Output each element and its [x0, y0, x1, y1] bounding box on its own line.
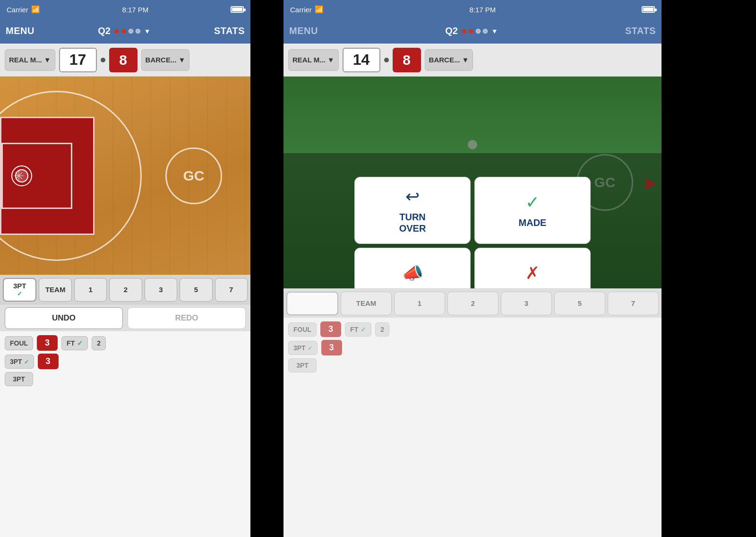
stat-2-label-1: 2	[97, 339, 101, 347]
quarter-dots-left	[114, 29, 140, 34]
team1-selector-right[interactable]: REAL M... ▼	[288, 49, 339, 71]
menu-button-left[interactable]: MENU	[6, 26, 34, 36]
status-left: Carrier 📶	[7, 5, 40, 14]
stat-3pt-btn-2-left[interactable]: 3PT ✓	[5, 355, 34, 369]
ft-check-1-right: ✓	[361, 326, 366, 333]
player-btn-5-left[interactable]: 5	[180, 278, 212, 302]
nav-bar-right: MENU Q2 ▼ STATS	[284, 19, 662, 43]
player-btn-3pt-left[interactable]: 3PT ✓	[3, 278, 36, 302]
quarter-dropdown-left[interactable]: ▼	[144, 27, 151, 35]
player-btn-2-right[interactable]: 2	[447, 292, 498, 315]
team2-selector-right[interactable]: BARCE... ▼	[425, 49, 473, 71]
player-btn-7-right[interactable]: 7	[608, 292, 659, 315]
team2-label-left: BARCE...	[146, 56, 177, 64]
player-btn-5-right[interactable]: 5	[554, 292, 605, 315]
player-btn-3-left[interactable]: 3	[145, 278, 177, 302]
menu-button-right[interactable]: MENU	[289, 26, 318, 36]
stat-row-1-left: FOUL 3 FT ✓ 2	[5, 335, 246, 351]
redo-button-left[interactable]: REDO	[128, 307, 246, 329]
team1-dropdown-icon-left: ▼	[44, 56, 51, 64]
stat-2-label-1-right: 2	[380, 326, 384, 333]
dot-4-left	[136, 29, 140, 34]
stat-2-btn-1-left[interactable]: 2	[92, 336, 106, 350]
time-label-right: 8:17 PM	[469, 6, 496, 14]
stat-row-2-right: 3PT ✓ 3	[288, 340, 657, 355]
stat-foul-btn-1-left[interactable]: FOUL	[5, 336, 33, 350]
player-7-label-left: 7	[229, 286, 233, 294]
player-2-label-left: 2	[124, 286, 128, 294]
player-3pt-check-left: ✓	[17, 290, 22, 297]
missed-label: MISSED	[515, 288, 551, 288]
panel-divider	[250, 0, 284, 537]
player-3-label-right: 3	[524, 299, 528, 307]
court-area-left[interactable]: ✳ GC	[0, 77, 250, 275]
player-btn-team-left[interactable]: TEAM	[39, 278, 71, 302]
wifi-icon-right: 📶	[315, 5, 324, 14]
player-btn-7-left[interactable]: 7	[215, 278, 248, 302]
quarter-dropdown-right[interactable]: ▼	[491, 27, 498, 35]
team2-selector-left[interactable]: BARCE... ▼	[141, 49, 190, 71]
player-empty-label-right	[311, 299, 313, 307]
team2-dropdown-icon-left: ▼	[178, 56, 185, 64]
team1-selector-left[interactable]: REAL M... ▼	[5, 49, 55, 71]
left-phone-panel: Carrier 📶 8:17 PM MENU Q2 ▼ STATS REAL M	[0, 0, 250, 537]
stat-row-1-right: FOUL 3 FT ✓ 2	[288, 321, 657, 337]
score-separator-left	[101, 58, 105, 62]
court-logo-left: ✳	[13, 168, 24, 183]
status-right	[231, 6, 244, 13]
battery-icon-right	[642, 6, 655, 13]
turnover-button[interactable]: ↩ TURNOVER	[354, 177, 471, 244]
turnover-label: TURNOVER	[399, 211, 426, 234]
foul-button[interactable]: 📣 FOUL	[354, 248, 471, 288]
player-btn-2-left[interactable]: 2	[109, 278, 142, 302]
player-5-label-left: 5	[194, 286, 198, 294]
stat-player-3-2-left[interactable]: 3	[38, 354, 59, 369]
turnover-icon: ↩	[405, 187, 420, 207]
dot-3-left	[129, 29, 133, 34]
stat-3pt-btn-3-left[interactable]: 3PT	[5, 372, 33, 386]
status-bar-left: Carrier 📶 8:17 PM	[0, 0, 250, 19]
shot-indicator-right	[468, 140, 477, 149]
stat-row-2-left: 3PT ✓ 3	[5, 354, 246, 369]
nav-bar-left: MENU Q2 ▼ STATS	[0, 19, 250, 43]
stat-ft-btn-1-right: FT ✓	[345, 322, 371, 337]
made-button[interactable]: ✓ MADE	[474, 177, 591, 244]
court-area-right: GC ▶ ↩ TURNOVER ✓ MADE	[284, 77, 662, 288]
player-btn-3-right[interactable]: 3	[501, 292, 552, 315]
stat-ft-btn-1-left[interactable]: FT ✓	[61, 336, 88, 350]
team1-dropdown-icon-right: ▼	[327, 56, 335, 64]
carrier-label: Carrier	[7, 6, 28, 14]
status-left-right: Carrier 📶	[290, 5, 324, 14]
player-btn-empty-right[interactable]	[286, 292, 338, 315]
possession-box-left: 8	[109, 48, 137, 72]
missed-icon: ✗	[525, 263, 540, 283]
undo-button-left[interactable]: UNDO	[5, 307, 123, 329]
battery-icon	[231, 6, 244, 13]
stats-button-left[interactable]: STATS	[214, 26, 245, 36]
action-modal: ↩ TURNOVER ✓ MADE 📣 FOUL ✗ MISSED	[354, 177, 591, 288]
player-row-right: TEAM 1 2 3 5 7	[284, 288, 662, 318]
missed-button[interactable]: ✗ MISSED	[474, 248, 591, 288]
stat-foul-btn-1-right: FOUL	[288, 322, 317, 337]
quarter-indicator-right[interactable]: Q2 ▼	[445, 26, 498, 36]
stat-player-3-1-left[interactable]: 3	[37, 335, 58, 351]
team2-label-right: BARCE...	[429, 56, 460, 64]
dot-3-right	[476, 29, 481, 34]
player-7-label-right: 7	[631, 299, 635, 307]
player-5-label-right: 5	[578, 299, 582, 307]
score2-value-left: 8	[119, 52, 127, 68]
score2-value-right: 8	[403, 52, 411, 68]
score1-value-left: 17	[69, 51, 86, 69]
player-btn-1-left[interactable]: 1	[74, 278, 107, 302]
team2-dropdown-icon-right: ▼	[462, 56, 469, 64]
right-phone-panel: Carrier 📶 8:17 PM MENU Q2 ▼ STATS REAL M	[284, 0, 662, 537]
player-btn-1-right[interactable]: 1	[394, 292, 445, 315]
score1-box-right: 14	[343, 48, 380, 72]
stats-button-right[interactable]: STATS	[625, 26, 656, 36]
player-btn-team-right[interactable]: TEAM	[341, 292, 392, 315]
wifi-icon: 📶	[31, 5, 40, 14]
ft-check-1: ✓	[77, 339, 83, 347]
stat-player-3-2-right: 3	[321, 340, 342, 355]
quarter-indicator-left[interactable]: Q2 ▼	[98, 26, 151, 36]
stat-row-3-left: 3PT	[5, 372, 246, 386]
